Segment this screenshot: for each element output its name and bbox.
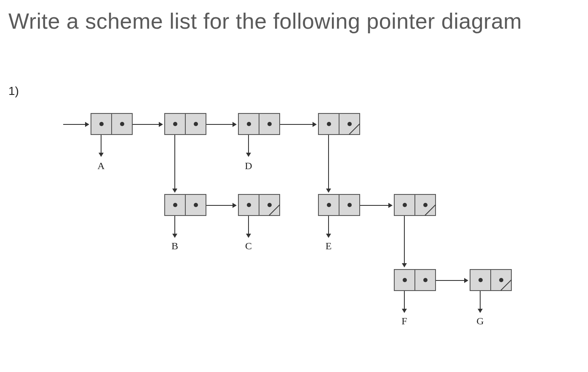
arrow-c2-c3 [206,124,236,125]
atom-G: G [476,315,484,327]
cons-c3 [238,113,280,135]
entry-arrow [63,124,88,125]
atom-D: D [245,160,252,172]
atom-A: A [97,160,104,172]
cons-c8 [394,194,436,216]
cons-c10 [470,269,512,291]
arrow-c9-c10 [436,280,468,281]
arrow-c2-c5 [174,135,175,192]
cons-c9 [394,269,436,291]
arrow-c3-D [248,135,249,156]
cons-c2 [164,113,206,135]
cons-c1 [91,113,133,135]
arrow-c4-c7 [328,135,329,192]
arrow-c8-c9 [404,216,405,267]
page-title: Write a scheme list for the following po… [8,8,522,34]
atom-E: E [326,240,332,252]
page: Write a scheme list for the following po… [0,0,588,372]
cons-c7 [318,194,360,216]
arrow-c5-B [174,216,175,237]
atom-F: F [401,315,407,327]
atom-B: B [171,240,178,252]
question-number: 1) [8,84,19,98]
cons-c4 [318,113,360,135]
arrow-c6-C [248,216,249,237]
arrow-c1-c2 [133,124,162,125]
arrow-c1-A [101,135,102,156]
pointer-diagram: A D B C E [63,105,569,359]
cons-c5 [164,194,206,216]
arrow-c7-E [328,216,329,237]
arrow-c7-c8 [360,205,392,206]
cons-c6 [238,194,280,216]
arrow-c5-c6 [206,205,236,206]
arrow-c3-c4 [280,124,316,125]
arrow-c9-F [404,291,405,312]
atom-C: C [245,240,252,252]
arrow-c10-G [480,291,481,312]
